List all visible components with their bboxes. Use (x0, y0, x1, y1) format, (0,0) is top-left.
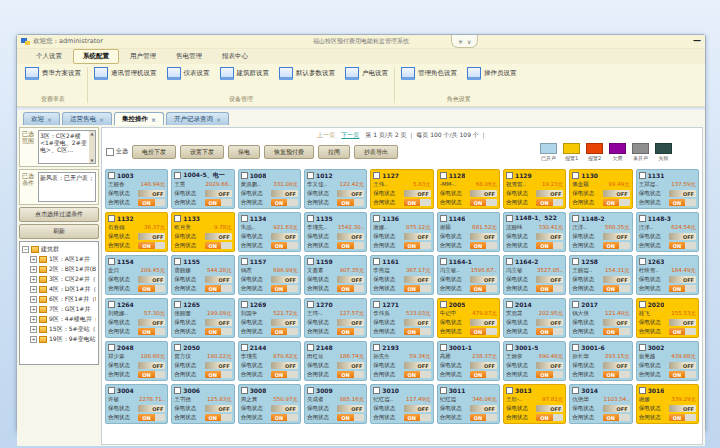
switch-state-toggle[interactable]: ON (603, 371, 630, 378)
ribbon-button[interactable]: 通讯管理机设置 (94, 67, 157, 80)
document-tab[interactable]: 开户记录查询 × (166, 112, 229, 125)
room-card[interactable]: 1161 李燕霞 367.17元 保电状态 OFF (370, 255, 433, 295)
room-checkbox[interactable] (108, 215, 115, 222)
menu-item[interactable]: 售电管理 (167, 50, 211, 63)
switch-state-toggle[interactable]: ON (271, 328, 298, 335)
switch-state-toggle[interactable]: ON (536, 328, 563, 335)
room-card[interactable]: 1264 刘晓娜.. 57.30元 保电状态 OFF (105, 298, 168, 338)
collapse-icon[interactable]: − (22, 246, 29, 253)
room-checkbox[interactable] (307, 387, 314, 394)
switch-state-toggle[interactable]: ON (603, 328, 630, 335)
power-protect-toggle[interactable]: OFF (669, 276, 696, 283)
switch-state-toggle[interactable]: ON (404, 328, 431, 335)
room-checkbox[interactable] (241, 301, 248, 308)
room-checkbox[interactable] (506, 215, 513, 222)
room-card[interactable]: 3008 周之翼 550.97元 保电状态 OFF (238, 384, 301, 424)
room-checkbox[interactable] (373, 215, 380, 222)
room-checkbox[interactable] (506, 258, 513, 265)
power-protect-toggle[interactable]: OFF (404, 319, 431, 326)
power-protect-toggle[interactable]: OFF (337, 405, 364, 412)
room-checkbox[interactable] (174, 387, 181, 394)
room-card[interactable]: 1164-1 冯立敏.. 1595.67.. 保电状态 OFF (437, 255, 500, 295)
room-checkbox[interactable] (572, 301, 579, 308)
room-card[interactable]: 1130 佩金颖 99.49元 保电状态 OFF (569, 169, 632, 209)
switch-state-toggle[interactable]: ON (205, 285, 232, 292)
room-card[interactable]: 1270 王玮-.. 127.57元 保电状态 OFF (304, 298, 367, 338)
document-tab[interactable]: 运营售电 × (62, 112, 112, 125)
power-protect-toggle[interactable]: OFF (138, 276, 165, 283)
power-protect-toggle[interactable]: OFF (603, 233, 630, 240)
room-checkbox[interactable] (174, 301, 181, 308)
switch-state-toggle[interactable]: ON (669, 199, 696, 206)
switch-state-toggle[interactable]: ON (536, 371, 563, 378)
room-card[interactable]: 1159 文嘉素 907.35元 保电状态 OFF (304, 255, 367, 295)
toolbar-button[interactable]: 恢复预付费 (264, 145, 314, 159)
refresh-button[interactable]: 刷新 (19, 224, 99, 239)
power-protect-toggle[interactable]: OFF (404, 405, 431, 412)
switch-state-toggle[interactable]: ON (138, 371, 165, 378)
skin-selector[interactable]: ✳ ∨ (451, 35, 478, 48)
power-protect-toggle[interactable]: OFF (271, 405, 298, 412)
tree-item[interactable]: + 1区：A区1#井 (22, 254, 96, 264)
room-card[interactable]: 1008 黄温鹏.. 331.08元 保电状态 OFF (238, 169, 301, 209)
room-checkbox[interactable] (639, 301, 646, 308)
ribbon-button[interactable]: 仪表设置 (167, 67, 210, 80)
tree-item[interactable]: + 6区：F区1#井（F… (22, 294, 96, 304)
ribbon-button[interactable]: 费率方案设置 (25, 67, 81, 80)
room-checkbox[interactable] (639, 172, 646, 179)
switch-state-toggle[interactable]: ON (470, 328, 497, 335)
switch-state-toggle[interactable]: ON (138, 414, 165, 421)
expand-icon[interactable]: + (30, 276, 37, 283)
power-protect-toggle[interactable]: OFF (138, 190, 165, 197)
switch-state-toggle[interactable]: ON (205, 242, 232, 249)
room-checkbox[interactable] (440, 301, 447, 308)
switch-state-toggle[interactable]: ON (205, 371, 232, 378)
prev-page-link[interactable]: 上一页 (317, 131, 335, 140)
power-protect-toggle[interactable]: OFF (603, 276, 630, 283)
room-card[interactable]: 1155 唐丽娜 544.28元 保电状态 OFF (171, 255, 234, 295)
skin-icon[interactable]: ✳ (458, 38, 463, 45)
tree-item[interactable]: + 3区：C区2#井（1… (22, 274, 96, 284)
switch-state-toggle[interactable]: ON (205, 414, 232, 421)
expand-icon[interactable]: + (30, 286, 37, 293)
switch-state-toggle[interactable]: ON (669, 414, 696, 421)
minimize-icon[interactable]: — (693, 36, 701, 46)
room-card[interactable]: 3009 吴成者 885.16元 保电状态 OFF (304, 384, 367, 424)
room-card[interactable]: 1263 杜映雪.. 184.49元 保电状态 OFF (636, 255, 699, 295)
power-protect-toggle[interactable]: OFF (470, 233, 497, 240)
power-protect-toggle[interactable]: OFF (536, 190, 563, 197)
power-protect-toggle[interactable]: OFF (271, 276, 298, 283)
condition-listbox[interactable]: 新风表：已开户表； (39, 173, 95, 201)
switch-state-toggle[interactable]: ON (669, 371, 696, 378)
power-protect-toggle[interactable]: OFF (337, 190, 364, 197)
room-card[interactable]: 2048 郑少霖 108.68元 保电状态 OFF (105, 341, 168, 381)
power-protect-toggle[interactable]: OFF (205, 276, 232, 283)
room-card[interactable]: 1004-5、电一 王英 2029.66.. 保电状态 OFF (171, 169, 234, 209)
room-checkbox[interactable] (241, 344, 248, 351)
room-card[interactable]: 2193 孙先生 59.34元 保电状态 OFF (370, 341, 433, 381)
room-card[interactable]: 1134 朱品.. 921.63元 保电状态 OFF (238, 212, 301, 252)
menu-item[interactable]: 系统配置 (73, 49, 119, 64)
room-card[interactable]: 1265 张丽珊 199.09元 保电状态 OFF (171, 298, 234, 338)
room-card[interactable]: 3001-6 孙长华 293.15元 保电状态 OFF (569, 341, 632, 381)
power-protect-toggle[interactable]: OFF (138, 319, 165, 326)
power-protect-toggle[interactable]: OFF (205, 362, 232, 369)
switch-state-toggle[interactable]: ON (337, 285, 364, 292)
switch-state-toggle[interactable]: ON (669, 242, 696, 249)
toolbar-button[interactable]: 电价下发 (132, 145, 176, 159)
switch-state-toggle[interactable]: ON (536, 414, 563, 421)
switch-state-toggle[interactable]: ON (271, 285, 298, 292)
room-checkbox[interactable] (174, 258, 181, 265)
select-all-checkbox[interactable] (106, 148, 114, 156)
power-protect-toggle[interactable]: OFF (536, 233, 563, 240)
room-checkbox[interactable] (307, 301, 314, 308)
switch-state-toggle[interactable]: ON (603, 414, 630, 421)
menu-item[interactable]: 个人设置 (27, 50, 71, 63)
switch-state-toggle[interactable]: ON (271, 199, 298, 206)
room-checkbox[interactable] (307, 344, 314, 351)
room-checkbox[interactable] (572, 387, 579, 394)
switch-state-toggle[interactable]: ON (337, 371, 364, 378)
power-protect-toggle[interactable]: OFF (669, 362, 696, 369)
power-protect-toggle[interactable]: OFF (337, 233, 364, 240)
power-protect-toggle[interactable]: OFF (470, 190, 497, 197)
